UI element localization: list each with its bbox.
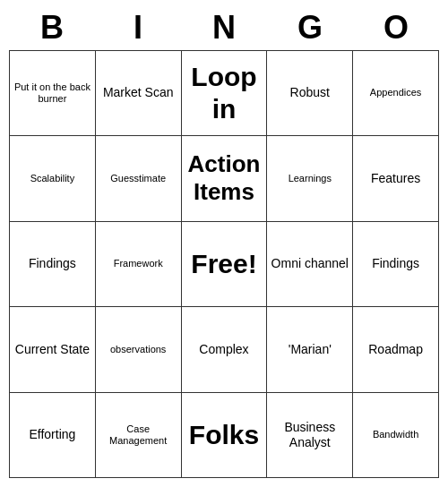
bingo-cell: Framework xyxy=(95,221,181,307)
bingo-cell: Business Analyst xyxy=(267,392,353,478)
bingo-cell: Omni channel xyxy=(267,221,353,307)
bingo-cell: Scalability xyxy=(10,136,96,222)
bingo-row: ScalabilityGuesstimateAction ItemsLearni… xyxy=(10,136,439,222)
bingo-cell: Complex xyxy=(181,307,267,393)
title-letter: I xyxy=(102,9,174,47)
bingo-cell: Appendices xyxy=(353,50,439,136)
bingo-cell: Current State xyxy=(10,307,96,393)
bingo-cell: Folks xyxy=(181,392,267,478)
bingo-cell: Learnings xyxy=(267,136,353,222)
bingo-row: FindingsFrameworkFree!Omni channelFindin… xyxy=(10,221,439,307)
bingo-cell: Case Management xyxy=(95,392,181,478)
bingo-cell: Market Scan xyxy=(95,50,181,136)
title-letter: B xyxy=(16,9,88,47)
bingo-cell: observations xyxy=(95,307,181,393)
bingo-cell: Action Items xyxy=(181,136,267,222)
bingo-cell: Free! xyxy=(181,221,267,307)
bingo-cell: Bandwidth xyxy=(353,392,439,478)
title-letter: O xyxy=(360,9,432,47)
bingo-cell: Loop in xyxy=(181,50,267,136)
bingo-cell: Findings xyxy=(10,221,96,307)
bingo-cell: 'Marian' xyxy=(267,307,353,393)
bingo-row: Current StateobservationsComplex'Marian'… xyxy=(10,307,439,393)
bingo-cell: Put it on the back burner xyxy=(10,50,96,136)
bingo-cell: Roadmap xyxy=(353,307,439,393)
bingo-grid: Put it on the back burnerMarket ScanLoop… xyxy=(9,50,439,478)
bingo-cell: Robust xyxy=(267,50,353,136)
bingo-cell: Findings xyxy=(353,221,439,307)
bingo-cell: Features xyxy=(353,136,439,222)
bingo-row: Put it on the back burnerMarket ScanLoop… xyxy=(10,50,439,136)
bingo-cell: Guesstimate xyxy=(95,136,181,222)
bingo-cell: Efforting xyxy=(10,392,96,478)
title-letter: N xyxy=(188,9,260,47)
bingo-row: EffortingCase ManagementFolksBusiness An… xyxy=(10,392,439,478)
title-letter: G xyxy=(274,9,346,47)
bingo-title-row: BINGO xyxy=(9,9,439,47)
